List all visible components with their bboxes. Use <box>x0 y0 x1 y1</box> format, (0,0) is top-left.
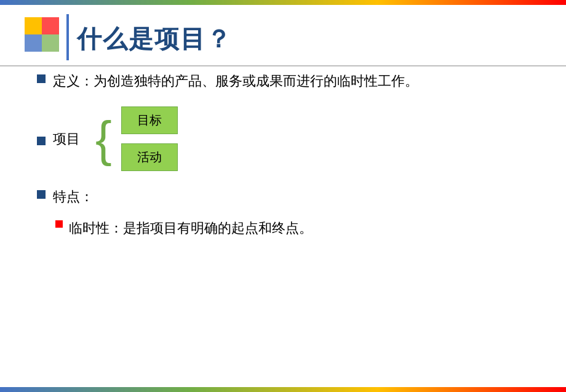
features-bullet-item: 特点： <box>37 186 541 207</box>
definition-section: 定义：为创造独特的产品、服务或成果而进行的临时性工作。 <box>37 71 541 91</box>
definition-label: 定义： <box>53 73 94 89</box>
sub-feature-content-0: 是指项目有明确的起点和终点。 <box>123 220 313 236</box>
curly-bracket-icon: { <box>95 114 112 164</box>
features-label: 特点： <box>53 186 94 207</box>
sub-features-list: 临时性：是指项目有明确的起点和终点。 <box>37 218 541 238</box>
bullet-square-features <box>37 190 46 199</box>
title-icon <box>25 17 62 57</box>
bottom-bar <box>0 387 566 392</box>
top-bar <box>0 0 566 5</box>
sub-feature-text-0: 临时性：是指项目有明确的起点和终点。 <box>69 218 313 238</box>
slide: 什么是项目？ 定义：为创造独特的产品、服务或成果而进行的临时性工作。 项目 { … <box>0 0 566 392</box>
slide-title: 什么是项目？ <box>77 22 232 56</box>
icon-block-green <box>42 34 59 52</box>
icon-block-red <box>42 17 59 34</box>
sub-feature-item-0: 临时性：是指项目有明确的起点和终点。 <box>55 218 541 238</box>
definition-content: 为创造独特的产品、服务或成果而进行的临时性工作。 <box>94 73 418 89</box>
diagram-box-activity: 活动 <box>121 143 178 171</box>
diagram-container: { 目标 活动 <box>95 106 178 171</box>
sub-bullet-square-0 <box>55 220 63 228</box>
diagram-box-goal: 目标 <box>121 106 178 134</box>
title-vertical-line <box>66 14 69 60</box>
bullet-square-definition <box>37 74 46 83</box>
project-section: 项目 { 目标 活动 <box>37 106 541 171</box>
diagram-boxes: 目标 活动 <box>121 106 178 171</box>
icon-block-blue <box>25 34 42 52</box>
bullet-square-project <box>37 137 46 145</box>
project-label: 项目 <box>53 130 80 148</box>
definition-text: 定义：为创造独特的产品、服务或成果而进行的临时性工作。 <box>53 71 418 91</box>
sub-feature-label-0: 临时性： <box>69 220 123 236</box>
icon-block-yellow <box>25 17 42 34</box>
content-area: 定义：为创造独特的产品、服务或成果而进行的临时性工作。 项目 { 目标 活动 特… <box>37 71 541 380</box>
title-area: 什么是项目？ <box>0 11 566 66</box>
features-section: 特点： 临时性：是指项目有明确的起点和终点。 <box>37 186 541 238</box>
